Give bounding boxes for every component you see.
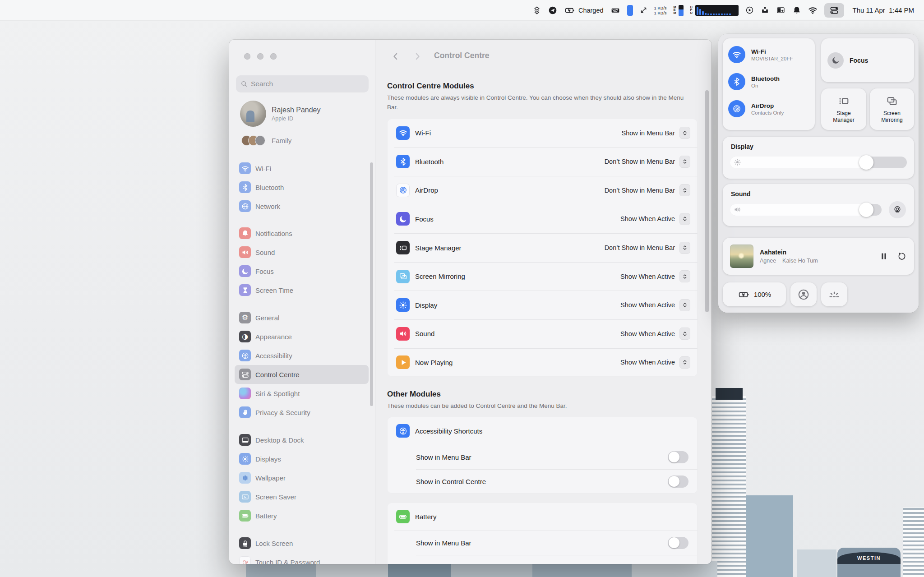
sidebar-item-wifi[interactable]: Wi-Fi bbox=[235, 159, 369, 178]
cpu-meter[interactable]: CPU bbox=[690, 5, 739, 16]
blocks-menu-icon[interactable] bbox=[761, 6, 769, 14]
screen-mirroring-icon bbox=[396, 270, 410, 283]
sidebar-item-screen-saver[interactable]: Screen Saver bbox=[235, 487, 369, 506]
battery-card: Battery Show in Menu Bar bbox=[387, 503, 698, 564]
sidebar-item-screen-time[interactable]: Screen Time bbox=[235, 281, 369, 300]
wifi-icon[interactable] bbox=[728, 46, 745, 63]
wifi-icon bbox=[239, 162, 251, 174]
wifi-visibility-stepper[interactable] bbox=[679, 127, 690, 139]
input-indicator[interactable] bbox=[627, 5, 633, 16]
airdrop-visibility-stepper[interactable] bbox=[679, 184, 690, 196]
speaker-icon bbox=[396, 327, 410, 341]
sidebar-item-privacy[interactable]: Privacy & Security bbox=[235, 403, 369, 422]
screen-mirroring-tile[interactable]: Screen Mirroring bbox=[870, 88, 914, 130]
battery-status-tile[interactable]: 100% bbox=[723, 282, 786, 306]
network-speed-item[interactable]: 1 KB/s 1 KB/s bbox=[654, 5, 667, 15]
focus-tile[interactable]: Focus bbox=[821, 38, 914, 82]
keyboard-menu-icon[interactable] bbox=[610, 6, 620, 15]
battery-status-item[interactable]: Charged bbox=[564, 5, 604, 15]
sidebar-item-notifications[interactable]: Notifications bbox=[235, 224, 369, 243]
airplay-audio-button[interactable] bbox=[889, 201, 906, 218]
desktop: WESTIN Charged 1 KB/s 1 KB/s MEM CPU bbox=[0, 0, 924, 577]
minimize-window-button[interactable] bbox=[257, 53, 263, 60]
focus-visibility-stepper[interactable] bbox=[679, 213, 690, 225]
search-placeholder: Search bbox=[251, 80, 273, 88]
brightness-slider-knob[interactable] bbox=[859, 155, 873, 170]
expand-arrows-icon[interactable] bbox=[640, 6, 647, 14]
screen-mirroring-visibility-stepper[interactable] bbox=[679, 270, 690, 282]
volume-slider[interactable] bbox=[730, 204, 882, 216]
bluetooth-icon bbox=[239, 181, 251, 193]
window-tiling-menu-icon[interactable] bbox=[776, 6, 785, 14]
airdrop-icon[interactable] bbox=[728, 100, 745, 117]
sidebar-item-desktop-dock[interactable]: Desktop & Dock bbox=[235, 430, 369, 449]
pause-button[interactable] bbox=[879, 251, 889, 261]
play-circle-menu-icon[interactable] bbox=[745, 6, 754, 14]
cc-airdrop-row[interactable]: AirDrop Contacts Only bbox=[723, 95, 815, 122]
sidebar-item-siri[interactable]: Siri & Spotlight bbox=[235, 384, 369, 403]
cc-bluetooth-row[interactable]: Bluetooth On bbox=[723, 68, 815, 95]
forward-button[interactable] bbox=[411, 51, 423, 62]
acc-control-centre-toggle[interactable] bbox=[668, 475, 688, 488]
sound-visibility-stepper[interactable] bbox=[679, 328, 690, 340]
sidebar-item-accessibility[interactable]: Accessibility bbox=[235, 346, 369, 365]
volume-slider-knob[interactable] bbox=[859, 203, 873, 217]
menu-clock[interactable]: Thu 11 Apr 1:44 PM bbox=[853, 6, 914, 14]
stage-manager-visibility-stepper[interactable] bbox=[679, 242, 690, 254]
back-button[interactable] bbox=[390, 51, 402, 62]
memory-meter[interactable]: MEM bbox=[674, 5, 684, 16]
module-row-sound: Sound Show When Active bbox=[387, 319, 698, 348]
restart-button[interactable] bbox=[897, 251, 907, 261]
send-menu-icon[interactable] bbox=[548, 6, 557, 15]
sidebar-item-sound[interactable]: Sound bbox=[235, 243, 369, 262]
bluetooth-icon[interactable] bbox=[728, 73, 745, 90]
control-centre-menu-button[interactable] bbox=[824, 3, 844, 18]
net-up-label: 1 KB/s bbox=[654, 5, 667, 10]
sidebar-scrollbar[interactable] bbox=[370, 162, 373, 406]
close-window-button[interactable] bbox=[244, 53, 250, 60]
play-icon bbox=[396, 355, 410, 369]
zoom-window-button[interactable] bbox=[270, 53, 277, 60]
sidebar-item-focus[interactable]: Focus bbox=[235, 262, 369, 281]
profile-subtitle: Apple ID bbox=[272, 115, 321, 122]
sidebar-item-battery[interactable]: Battery bbox=[235, 506, 369, 525]
battery-menu-bar-toggle[interactable] bbox=[668, 537, 688, 549]
content-scrollbar[interactable] bbox=[705, 90, 709, 312]
page-title: Control Centre bbox=[434, 51, 490, 60]
apple-id-row[interactable]: Rajesh Pandey Apple ID bbox=[240, 101, 321, 127]
sidebar-item-lock-screen[interactable]: Lock Screen bbox=[235, 534, 369, 553]
sidebar-item-wallpaper[interactable]: Wallpaper bbox=[235, 468, 369, 487]
sun-icon bbox=[239, 453, 251, 465]
display-visibility-stepper[interactable] bbox=[679, 299, 690, 311]
mem-bar bbox=[679, 5, 684, 16]
skyline-building bbox=[246, 563, 316, 577]
acc-menu-bar-toggle[interactable] bbox=[668, 451, 688, 463]
battery-icon bbox=[396, 510, 410, 523]
now-playing-visibility-stepper[interactable] bbox=[679, 356, 690, 369]
moon-icon bbox=[827, 52, 844, 69]
module-row-bluetooth: Bluetooth Don’t Show in Menu Bar bbox=[387, 147, 698, 176]
stage-manager-tile[interactable]: Stage Manager bbox=[821, 88, 866, 130]
now-playing-card[interactable]: Aahatein Agnee – Kaise Ho Tum bbox=[723, 238, 914, 275]
sidebar-item-network[interactable]: Network bbox=[235, 197, 369, 216]
sidebar-item-control-centre[interactable]: Control Centre bbox=[235, 365, 369, 384]
cc-wifi-row[interactable]: Wi-Fi MOVISTAR_20FF bbox=[723, 41, 815, 68]
module-row-now-playing: Now Playing Show When Active bbox=[387, 348, 698, 377]
sidebar-item-touch-id[interactable]: Touch ID & Password bbox=[235, 553, 369, 564]
sidebar-item-displays[interactable]: Displays bbox=[235, 449, 369, 468]
layers-menu-icon[interactable] bbox=[532, 6, 541, 15]
hourglass-icon bbox=[239, 284, 251, 296]
search-input[interactable]: Search bbox=[236, 75, 369, 92]
user-switch-tile[interactable] bbox=[790, 282, 817, 306]
sidebar-item-bluetooth[interactable]: Bluetooth bbox=[235, 178, 369, 197]
skyline-building bbox=[797, 549, 836, 577]
accessibility-shortcuts-row: Accessibility Shortcuts bbox=[387, 417, 698, 445]
sidebar-item-appearance[interactable]: ◑Appearance bbox=[235, 327, 369, 346]
sidebar-item-general[interactable]: ⚙General bbox=[235, 308, 369, 327]
bluetooth-visibility-stepper[interactable] bbox=[679, 156, 690, 168]
family-row[interactable]: Family bbox=[241, 135, 291, 146]
notifications-bell-icon[interactable] bbox=[792, 6, 801, 15]
wifi-menu-icon[interactable] bbox=[808, 5, 818, 15]
keyboard-brightness-tile[interactable] bbox=[821, 282, 847, 306]
brightness-slider[interactable] bbox=[730, 157, 907, 168]
